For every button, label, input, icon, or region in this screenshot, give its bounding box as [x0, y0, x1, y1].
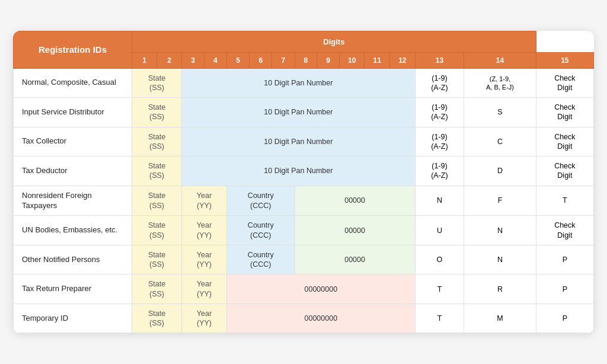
digit-15-val: P [536, 274, 593, 304]
digit-14-val: C [464, 127, 536, 157]
year-yy-cell: Year (YY) [182, 245, 227, 274]
table-row: UN Bodies, Embassies, etc. State (SS) Ye… [14, 216, 594, 245]
digit-13-val: (1-9) (A-Z) [415, 68, 464, 98]
digit-15: 15 [536, 52, 593, 68]
digit-13-val: O [415, 245, 464, 274]
pan-number-cell: 10 Digit Pan Number [182, 68, 416, 98]
table-row: Other Notified Persons State (SS) Year (… [14, 245, 594, 274]
digit-2: 2 [157, 52, 182, 68]
digit-13-val: T [415, 274, 464, 304]
row-label: Tax Collector [14, 127, 132, 157]
state-ss-cell: State (SS) [132, 98, 182, 127]
digit-15-val: Check Digit [536, 216, 593, 245]
state-ss-cell: State (SS) [132, 216, 182, 245]
year-yy-cell: Year (YY) [182, 274, 227, 304]
row-label: Tax Deductor [14, 157, 132, 186]
zeros-8-cell: 00000000 [226, 274, 415, 304]
digit-13-val: U [415, 216, 464, 245]
digit-15-val: T [536, 186, 593, 216]
digit-1: 1 [132, 52, 157, 68]
state-ss-cell: State (SS) [132, 274, 182, 304]
row-label: Temporary ID [14, 304, 132, 333]
digit-14-val: (Z, 1-9, A, B, E-J) [464, 68, 536, 98]
table-row: Normal, Composite, Casual State (SS) 10 … [14, 68, 594, 98]
digit-15-val: Check Digit [536, 98, 593, 127]
table-row: Input Service Distributor State (SS) 10 … [14, 98, 594, 127]
digit-12: 12 [390, 52, 416, 68]
year-yy-cell: Year (YY) [182, 304, 227, 333]
row-label: Input Service Distributor [14, 98, 132, 127]
row-label: Normal, Composite, Casual [14, 68, 132, 98]
digit-15-val: P [536, 304, 593, 333]
country-ccc-cell: Country (CCC) [226, 245, 295, 274]
digit-14-val: N [464, 245, 536, 274]
digit-14-val: S [464, 98, 536, 127]
digit-7: 7 [272, 52, 295, 68]
table-row: Temporary ID State (SS) Year (YY) 000000… [14, 304, 594, 333]
row-label: Tax Return Preparer [14, 274, 132, 304]
digit-13-val: (1-9) (A-Z) [415, 127, 464, 157]
year-yy-cell: Year (YY) [182, 186, 227, 216]
year-yy-cell: Year (YY) [182, 216, 227, 245]
digit-13-val: (1-9) (A-Z) [415, 98, 464, 127]
digit-13-val: (1-9) (A-Z) [415, 157, 464, 186]
table-row: Tax Collector State (SS) 10 Digit Pan Nu… [14, 127, 594, 157]
digit-6: 6 [250, 52, 272, 68]
state-ss-cell: State (SS) [132, 186, 182, 216]
digit-11: 11 [365, 52, 390, 68]
digit-14-val: F [464, 186, 536, 216]
digit-3: 3 [182, 52, 205, 68]
digit-5: 5 [226, 52, 249, 68]
country-ccc-cell: Country (CCC) [226, 216, 295, 245]
zeros-cell: 00000 [295, 216, 415, 245]
digit-13: 13 [415, 52, 464, 68]
table-row: Nonresident Foreign Taxpayers State (SS)… [14, 186, 594, 216]
digits-header: Digits [132, 31, 536, 52]
digit-14-val: R [464, 274, 536, 304]
digit-4: 4 [204, 52, 226, 68]
table-row: Tax Return Preparer State (SS) Year (YY)… [14, 274, 594, 304]
table-row: Tax Deductor State (SS) 10 Digit Pan Num… [14, 157, 594, 186]
row-label: Other Notified Persons [14, 245, 132, 274]
state-ss-cell: State (SS) [132, 127, 182, 157]
row-label: Nonresident Foreign Taxpayers [14, 186, 132, 216]
registration-ids-header: Registration IDs [14, 31, 132, 68]
digit-14: 14 [464, 52, 536, 68]
state-ss-cell: State (SS) [132, 68, 182, 98]
state-ss-cell: State (SS) [132, 245, 182, 274]
digit-14-val: D [464, 157, 536, 186]
digit-15-val: Check Digit [536, 157, 593, 186]
digit-13-val: N [415, 186, 464, 216]
digit-15-val: Check Digit [536, 68, 593, 98]
digit-13-val: T [415, 304, 464, 333]
pan-number-cell: 10 Digit Pan Number [182, 98, 416, 127]
digit-9: 9 [317, 52, 340, 68]
pan-number-cell: 10 Digit Pan Number [182, 127, 416, 157]
digit-10: 10 [339, 52, 365, 68]
country-ccc-cell: Country (CCC) [226, 186, 295, 216]
zeros-cell: 00000 [295, 245, 415, 274]
digit-14-val: N [464, 216, 536, 245]
digit-8: 8 [295, 52, 317, 68]
registration-ids-table: Registration IDs Digits 1 2 3 4 5 6 7 8 … [13, 31, 594, 334]
zeros-8-cell: 00000000 [226, 304, 415, 333]
state-ss-cell: State (SS) [132, 304, 182, 333]
pan-number-cell: 10 Digit Pan Number [182, 157, 416, 186]
row-label: UN Bodies, Embassies, etc. [14, 216, 132, 245]
digit-15-val: P [536, 245, 593, 274]
zeros-cell: 00000 [295, 186, 415, 216]
state-ss-cell: State (SS) [132, 157, 182, 186]
digit-14-val: M [464, 304, 536, 333]
digit-15-val: Check Digit [536, 127, 593, 157]
